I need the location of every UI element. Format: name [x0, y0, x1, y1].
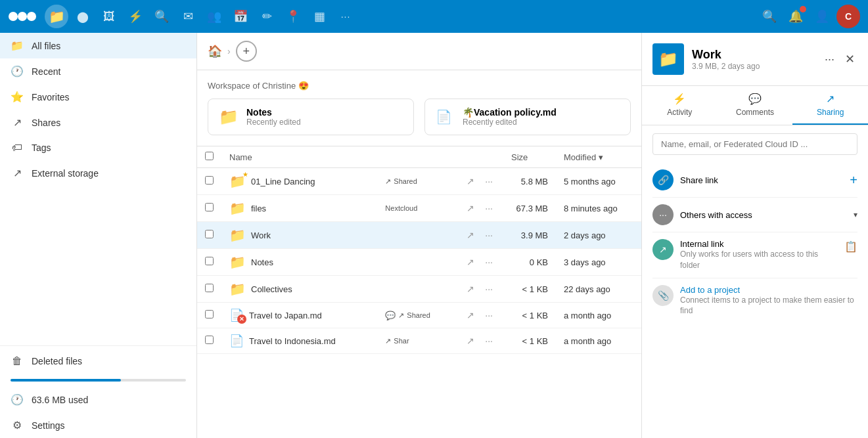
more-action-icon[interactable]: ··· [482, 202, 495, 215]
sidebar-item-shares[interactable]: ↗ Shares [0, 110, 196, 135]
recent-card-notes[interactable]: 📁 Notes Recently edited [208, 99, 414, 135]
share-badge: 💬 ↗ Shared [385, 311, 448, 320]
modified-column-header[interactable]: Modified ▾ [556, 146, 641, 168]
sidebar-item-external-storage[interactable]: ↗ External storage [0, 160, 196, 186]
project-desc: Connect items to a project to make them … [680, 295, 857, 317]
app-logo[interactable] [8, 9, 37, 24]
sidebar-item-label: All files [32, 41, 60, 51]
tags-icon: 🏷 [11, 142, 24, 154]
row-checkbox[interactable] [205, 203, 214, 211]
tab-label: Sharing [817, 108, 844, 117]
notifications-icon[interactable]: 🔔 [784, 5, 808, 28]
more-action-icon[interactable]: ··· [482, 282, 495, 296]
panel-subtitle: 3.9 MB, 2 days ago [692, 62, 760, 71]
more-action-icon[interactable]: ··· [482, 175, 495, 188]
file-row-name: 📄 ✕ Travel to Japan.md [229, 308, 369, 322]
more-nav-icon[interactable]: ··· [334, 5, 357, 28]
vacation-file-icon: 📄 [436, 109, 452, 125]
select-all-checkbox[interactable] [205, 152, 214, 160]
row-checkbox[interactable] [205, 284, 214, 292]
sidebar-item-label: Recent [32, 66, 60, 77]
external-storage-icon: ↗ [11, 167, 24, 179]
more-action-icon[interactable]: ··· [482, 255, 495, 269]
row-checkbox[interactable] [205, 310, 214, 318]
sidebar-item-all-files[interactable]: 📁 All files [0, 33, 196, 58]
recent-card-vacation[interactable]: 📄 🌴Vacation policy.md Recently edited [424, 99, 631, 135]
select-all-header[interactable] [197, 146, 221, 168]
sidebar-item-tags[interactable]: 🏷 Tags [0, 135, 196, 160]
deck-nav-icon[interactable]: ▦ [308, 5, 331, 28]
deleted-files-icon: 🗑 [11, 355, 24, 367]
sidebar-item-recent[interactable]: 🕐 Recent [0, 58, 196, 84]
notes-nav-icon[interactable]: ✏ [255, 5, 279, 28]
size-column-header[interactable]: Size [503, 146, 556, 168]
comments-tab-icon: 💬 [748, 93, 762, 105]
project-row: 📎 Add to a project Connect items to a pr… [652, 278, 857, 324]
sidebar-item-settings[interactable]: ⚙ Settings [0, 412, 196, 438]
sidebar-item-favorites[interactable]: ⭐ Favorites [0, 84, 196, 110]
search-nav-icon[interactable]: 🔍 [150, 5, 173, 28]
row-checkbox[interactable] [205, 336, 214, 344]
filename: 01_Line Dancing [251, 177, 315, 186]
sidebar-item-label: Settings [32, 420, 65, 431]
contacts-nav-icon[interactable]: 👥 [202, 5, 226, 28]
share-action-icon[interactable]: ↗ [464, 255, 477, 269]
share-search-input[interactable] [652, 133, 857, 155]
table-row: 📁 files Nextcloud ↗ ··· [197, 195, 641, 222]
tab-comments[interactable]: 💬 Comments [718, 86, 793, 125]
sidebar-item-label: Deleted files [32, 356, 82, 366]
photos-nav-icon[interactable]: 🖼 [97, 5, 121, 28]
share-action-icon[interactable]: ↗ [464, 202, 477, 215]
tab-sharing[interactable]: ↗ Sharing [792, 86, 868, 125]
share-action-icon[interactable]: ↗ [464, 334, 477, 347]
share-action-icon[interactable]: ↗ [464, 175, 477, 188]
share-action-icon[interactable]: ↗ [464, 229, 477, 242]
top-navigation: 📁 ⬤ 🖼 ⚡ 🔍 ✉ 👥 📅 ✏ 📍 ▦ ··· 🔍 🔔 👤 C [0, 0, 868, 33]
file-modified: 8 minutes ago [556, 195, 641, 222]
row-checkbox[interactable] [205, 257, 214, 265]
panel-close-button[interactable]: ✕ [842, 49, 857, 69]
more-action-icon[interactable]: ··· [482, 334, 495, 347]
sidebar-item-deleted-files[interactable]: 🗑 Deleted files [0, 349, 196, 374]
mail-nav-icon[interactable]: ✉ [176, 5, 200, 28]
add-share-link-button[interactable]: + [850, 173, 857, 188]
svg-point-1 [18, 12, 27, 21]
more-action-icon[interactable]: ··· [482, 229, 495, 242]
name-column-header[interactable]: Name [221, 146, 377, 168]
row-checkbox[interactable] [205, 230, 214, 238]
share-badge: Nextcloud [385, 204, 448, 212]
share-action-icon[interactable]: ↗ [464, 309, 477, 322]
files-nav-icon[interactable]: 📁 [45, 5, 68, 28]
more-action-icon[interactable]: ··· [482, 309, 495, 322]
tab-label: Comments [736, 108, 774, 117]
new-file-button[interactable]: + [236, 41, 257, 62]
right-panel: 📁 Work 3.9 MB, 2 days ago ··· ✕ ⚡ Activi… [641, 33, 868, 438]
row-checkbox[interactable] [205, 176, 214, 185]
sidebar-item-storage: 🕐 63.6 MB used [0, 387, 196, 412]
file-size: < 1 KB [503, 276, 556, 303]
maps-nav-icon[interactable]: 📍 [281, 5, 305, 28]
others-expand-button[interactable]: ▾ [854, 210, 857, 219]
search-right-icon[interactable]: 🔍 [758, 5, 781, 28]
user-avatar[interactable]: C [836, 5, 860, 28]
file-content-area: 🏠 › + Workspace of Christine 😍 📁 Notes R… [197, 33, 641, 438]
tab-activity[interactable]: ⚡ Activity [642, 86, 718, 125]
card-filename: 🌴Vacation policy.md [463, 107, 557, 118]
breadcrumb-home[interactable]: 🏠 [208, 44, 222, 58]
share-action-icon[interactable]: ↗ [464, 282, 477, 296]
project-title[interactable]: Add to a project [680, 285, 857, 295]
file-modified: 2 days ago [556, 222, 641, 249]
sidebar-item-label: Tags [32, 142, 51, 153]
sidebar-item-label: Shares [32, 118, 60, 128]
card-subtitle: Recently edited [246, 118, 301, 127]
copy-link-button[interactable]: 📋 [844, 240, 857, 253]
file-modified: 3 days ago [556, 249, 641, 276]
activity-nav-icon[interactable]: ⚡ [124, 5, 147, 28]
panel-more-button[interactable]: ··· [822, 50, 837, 69]
folder-icon: 📁 [229, 227, 246, 243]
admin-icon[interactable]: 👤 [810, 5, 834, 28]
calendar-nav-icon[interactable]: 📅 [229, 5, 252, 28]
sharing-tab-icon: ↗ [826, 93, 834, 105]
file-row-name: 📁 Collectives [229, 281, 369, 297]
dashboard-nav-icon[interactable]: ⬤ [71, 5, 95, 28]
